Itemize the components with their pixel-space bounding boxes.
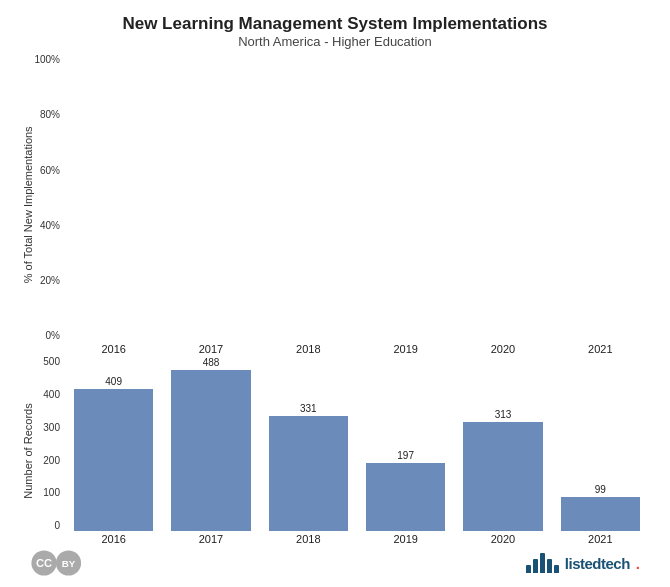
bottom-x-label: 2021: [561, 533, 640, 545]
bottom-bar: [561, 497, 640, 531]
bottom-bar-value: 488: [203, 357, 220, 368]
stacked-x-label: 2019: [366, 343, 445, 355]
stacked-y-axis-label: % of Total New Implementations: [20, 55, 34, 355]
bottom-bar-value: 99: [595, 484, 606, 495]
stacked-y-tick: 0%: [34, 331, 60, 341]
bottom-bar-group: 197: [366, 357, 445, 531]
bottom-x-label: 2017: [171, 533, 250, 545]
stacked-y-tick: 40%: [34, 221, 60, 231]
stacked-y-tick: 60%: [34, 166, 60, 176]
bottom-y-tick: 500: [34, 357, 60, 367]
stacked-y-tick: 100%: [34, 55, 60, 65]
lt-text: listedtech: [565, 555, 630, 572]
cc-badge: CC BY: [30, 549, 100, 577]
bottom-y-tick: 400: [34, 390, 60, 400]
bottom-bar-value: 331: [300, 403, 317, 414]
stacked-x-label: 2021: [561, 343, 640, 355]
stacked-y-tick: 20%: [34, 276, 60, 286]
stacked-y-tick: 80%: [34, 110, 60, 120]
bottom-x-label: 2016: [74, 533, 153, 545]
lt-bars-icon: [526, 553, 559, 573]
bottom-y-tick: 100: [34, 488, 60, 498]
footer: CC BY listedtech.: [20, 549, 650, 577]
bottom-bar-group: 313: [463, 357, 542, 531]
bottom-bar: [74, 389, 153, 531]
bottom-x-label: 2020: [463, 533, 542, 545]
bottom-bar-value: 197: [397, 450, 414, 461]
stacked-x-label: 2020: [463, 343, 542, 355]
svg-text:CC: CC: [36, 557, 52, 569]
svg-text:BY: BY: [62, 558, 76, 569]
bottom-y-tick: 300: [34, 423, 60, 433]
bottom-bar-group: 488: [171, 357, 250, 531]
listedtech-logo: listedtech.: [526, 553, 640, 573]
bottom-bar-group: 99: [561, 357, 640, 531]
stacked-x-label: 2018: [269, 343, 348, 355]
bottom-x-label: 2018: [269, 533, 348, 545]
bottom-y-tick: 0: [34, 521, 60, 531]
bottom-x-label: 2019: [366, 533, 445, 545]
chart-title: New Learning Management System Implement…: [20, 14, 650, 34]
chart-subtitle: North America - Higher Education: [20, 34, 650, 49]
stacked-x-label: 2016: [74, 343, 153, 355]
bottom-bar: [171, 370, 250, 531]
bottom-bar: [269, 416, 348, 531]
bottom-bar-value: 409: [105, 376, 122, 387]
bottom-bar-group: 331: [269, 357, 348, 531]
bottom-bar: [366, 463, 445, 531]
stacked-x-label: 2017: [171, 343, 250, 355]
bottom-bar-value: 313: [495, 409, 512, 420]
bottom-y-axis-label: Number of Records: [20, 357, 34, 545]
bottom-bar: [463, 422, 542, 531]
bottom-y-tick: 200: [34, 456, 60, 466]
lt-dot: .: [636, 555, 640, 572]
bottom-bar-group: 409: [74, 357, 153, 531]
